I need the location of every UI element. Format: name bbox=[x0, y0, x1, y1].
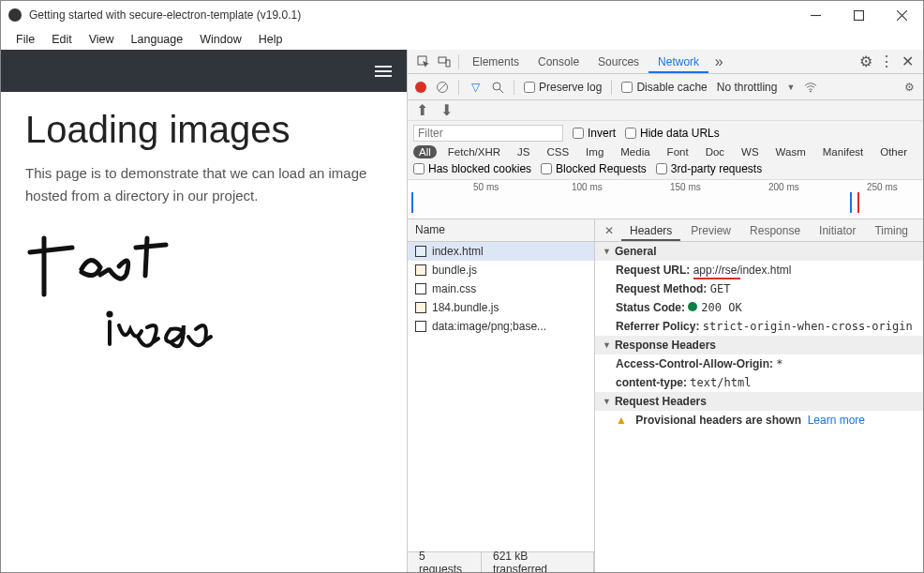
dtab-timing[interactable]: Timing bbox=[866, 220, 917, 241]
chip-js[interactable]: JS bbox=[512, 145, 535, 158]
dtab-preview[interactable]: Preview bbox=[682, 220, 739, 241]
request-row[interactable]: data:image/png;base... bbox=[408, 317, 594, 336]
name-column-header[interactable]: Name bbox=[408, 219, 594, 242]
js-icon bbox=[415, 302, 426, 313]
record-button[interactable] bbox=[415, 82, 426, 93]
devtools-close-icon[interactable]: ✕ bbox=[897, 52, 917, 72]
menu-view[interactable]: View bbox=[82, 31, 122, 48]
test-image bbox=[25, 224, 231, 365]
general-section-header[interactable]: General bbox=[595, 242, 923, 261]
kebab-icon[interactable]: ⋮ bbox=[876, 52, 897, 72]
menu-language[interactable]: Language bbox=[124, 31, 191, 48]
referrer-policy: Referrer Policy: strict-origin-when-cros… bbox=[595, 317, 923, 336]
chip-img[interactable]: Img bbox=[580, 145, 609, 158]
maximize-button[interactable] bbox=[837, 1, 880, 29]
app-pane: Loading images This page is to demonstra… bbox=[1, 50, 407, 572]
third-party-checkbox[interactable]: 3rd-party requests bbox=[656, 162, 762, 175]
menu-file[interactable]: File bbox=[8, 31, 42, 48]
tab-console[interactable]: Console bbox=[529, 51, 589, 73]
chip-font[interactable]: Font bbox=[662, 145, 694, 158]
devtools: Elements Console Sources Network » ⚙ ⋮ ✕… bbox=[407, 50, 923, 572]
inspect-icon[interactable] bbox=[413, 52, 434, 72]
tick-50ms: 50 ms bbox=[473, 182, 499, 192]
chevron-down-icon[interactable]: ▼ bbox=[786, 83, 795, 92]
request-detail: ✕ Headers Preview Response Initiator Tim… bbox=[595, 219, 923, 572]
response-headers-section-header[interactable]: Response Headers bbox=[595, 336, 923, 354]
header-content-type: content-type: text/html bbox=[595, 373, 923, 392]
css-icon bbox=[415, 283, 426, 294]
menubar: File Edit View Language Window Help bbox=[1, 29, 923, 50]
warning-icon: ▲ bbox=[616, 414, 627, 427]
chip-css[interactable]: CSS bbox=[541, 145, 574, 158]
filter-icon[interactable]: ▽ bbox=[469, 81, 482, 94]
request-url: Request URL: app://rse/index.html bbox=[595, 261, 923, 279]
filter-bar: Invert Hide data URLs All Fetch/XHR JS C… bbox=[408, 121, 923, 180]
svg-rect-3 bbox=[439, 57, 446, 63]
chip-doc[interactable]: Doc bbox=[700, 145, 730, 158]
chip-media[interactable]: Media bbox=[615, 145, 655, 158]
chip-ws[interactable]: WS bbox=[736, 145, 765, 158]
chip-other[interactable]: Other bbox=[874, 145, 913, 158]
blocked-requests-checkbox[interactable]: Blocked Requests bbox=[541, 162, 647, 175]
download-icon[interactable]: ⬇ bbox=[440, 104, 453, 117]
hamburger-icon[interactable] bbox=[375, 66, 392, 77]
chip-wasm[interactable]: Wasm bbox=[770, 145, 812, 158]
svg-rect-0 bbox=[854, 10, 863, 20]
minimize-button[interactable] bbox=[794, 1, 837, 29]
request-count: 5 requests bbox=[408, 552, 482, 572]
search-icon[interactable] bbox=[491, 81, 504, 94]
gear-icon[interactable]: ⚙ bbox=[856, 52, 876, 72]
timeline[interactable]: 50 ms 100 ms 150 ms 200 ms 250 ms bbox=[408, 180, 923, 219]
blocked-cookies-checkbox[interactable]: Has blocked cookies bbox=[413, 162, 531, 175]
throttling-select[interactable]: No throttling bbox=[717, 81, 778, 94]
menu-help[interactable]: Help bbox=[251, 31, 291, 48]
tick-250ms: 250 ms bbox=[867, 182, 898, 192]
chip-manifest[interactable]: Manifest bbox=[817, 145, 869, 158]
request-row[interactable]: bundle.js bbox=[408, 261, 594, 279]
request-method: Request Method: GET bbox=[595, 279, 923, 298]
tab-elements[interactable]: Elements bbox=[463, 51, 529, 73]
status-code: Status Code: 200 OK bbox=[595, 298, 923, 317]
device-toggle-icon[interactable] bbox=[434, 52, 455, 72]
menu-edit[interactable]: Edit bbox=[44, 31, 80, 48]
request-row[interactable]: index.html bbox=[408, 242, 594, 261]
chip-fetch-xhr[interactable]: Fetch/XHR bbox=[442, 145, 506, 158]
page-title: Loading images bbox=[25, 109, 382, 151]
hide-data-urls-checkbox[interactable]: Hide data URLs bbox=[625, 127, 720, 140]
network-settings-icon[interactable]: ⚙ bbox=[902, 81, 916, 94]
wifi-icon[interactable] bbox=[804, 81, 817, 94]
disable-cache-checkbox[interactable]: Disable cache bbox=[621, 81, 707, 94]
request-list: Name index.html bundle.js main.css 184.b… bbox=[408, 219, 595, 572]
filter-input[interactable] bbox=[413, 125, 563, 142]
dtab-headers[interactable]: Headers bbox=[621, 220, 680, 241]
document-icon bbox=[415, 246, 426, 257]
learn-more-link[interactable]: Learn more bbox=[808, 414, 865, 427]
invert-checkbox[interactable]: Invert bbox=[573, 127, 616, 140]
tick-200ms: 200 ms bbox=[768, 182, 799, 192]
upload-icon[interactable]: ⬆ bbox=[415, 104, 428, 117]
titlebar: Getting started with secure-electron-tem… bbox=[1, 1, 923, 29]
header-acao: Access-Control-Allow-Origin: * bbox=[595, 354, 923, 373]
dtab-response[interactable]: Response bbox=[741, 220, 809, 241]
clear-icon[interactable] bbox=[436, 81, 449, 94]
request-row[interactable]: main.css bbox=[408, 279, 594, 298]
dtab-initiator[interactable]: Initiator bbox=[811, 220, 864, 241]
tab-network[interactable]: Network bbox=[648, 51, 708, 73]
network-toolbar-2: ⬆ ⬇ bbox=[408, 100, 923, 121]
menu-window[interactable]: Window bbox=[192, 31, 248, 48]
close-detail-icon[interactable]: ✕ bbox=[599, 224, 619, 237]
request-row[interactable]: 184.bundle.js bbox=[408, 298, 594, 317]
tick-100ms: 100 ms bbox=[572, 182, 603, 192]
request-headers-section-header[interactable]: Request Headers bbox=[595, 392, 923, 411]
image-icon bbox=[415, 321, 426, 332]
tab-sources[interactable]: Sources bbox=[589, 51, 648, 73]
network-statusbar: 5 requests 621 kB transferred bbox=[408, 551, 594, 572]
page-description: This page is to demonstrate that we can … bbox=[25, 162, 382, 207]
tick-150ms: 150 ms bbox=[670, 182, 701, 192]
provisional-warning: ▲ Provisional headers are shown Learn mo… bbox=[595, 411, 923, 430]
chip-all[interactable]: All bbox=[413, 145, 437, 158]
more-tabs-icon[interactable]: » bbox=[708, 52, 729, 72]
preserve-log-checkbox[interactable]: Preserve log bbox=[524, 81, 602, 94]
close-button[interactable] bbox=[880, 1, 923, 29]
transferred-size: 621 kB transferred bbox=[482, 552, 594, 572]
